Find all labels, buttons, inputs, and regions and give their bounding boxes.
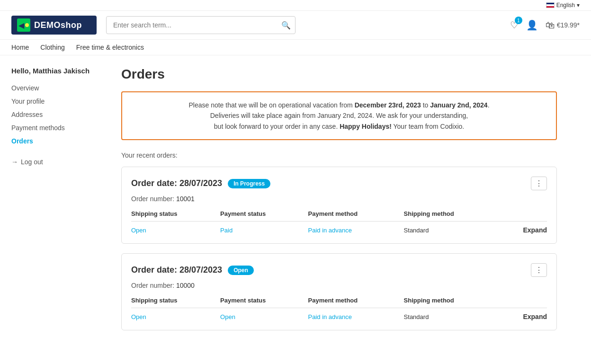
sidebar-item-payment-methods[interactable]: Payment methods bbox=[11, 122, 106, 133]
order-menu-button-1[interactable]: ⋮ bbox=[531, 177, 547, 190]
sidebar: Hello, Matthias Jakisch Overview Your pr… bbox=[11, 67, 106, 340]
search-button[interactable]: 🔍 bbox=[281, 21, 291, 30]
order-header-2: Order date: 28/07/2023 Open ⋮ bbox=[131, 263, 547, 277]
language-selector[interactable]: English ▾ bbox=[546, 2, 580, 9]
order-number-row-2: Order number: 10000 bbox=[131, 282, 547, 289]
sidebar-link-payment-methods[interactable]: Payment methods bbox=[11, 122, 106, 133]
notice-date1: December 23rd, 2023 bbox=[355, 101, 421, 109]
sidebar-link-addresses[interactable]: Addresses bbox=[11, 109, 106, 120]
top-bar: English ▾ bbox=[0, 0, 591, 11]
shipping-method-value-1: Standard bbox=[404, 222, 501, 234]
sidebar-item-overview[interactable]: Overview bbox=[11, 82, 106, 94]
shipping-status-value-1[interactable]: Open bbox=[131, 222, 220, 234]
nav-clothing[interactable]: Clothing bbox=[40, 44, 64, 51]
sidebar-nav: Overview Your profile Addresses Payment … bbox=[11, 82, 106, 147]
order-number-value-2: 10000 bbox=[176, 282, 195, 289]
order-card-2: Order date: 28/07/2023 Open ⋮ Order numb… bbox=[121, 253, 557, 330]
sidebar-item-orders[interactable]: Orders bbox=[11, 135, 106, 147]
cart-price: €19.99* bbox=[557, 21, 580, 29]
flag-icon bbox=[546, 2, 555, 8]
notice-date2: January 2nd, 2024 bbox=[430, 101, 487, 109]
col-shipping-status-2: Shipping status bbox=[131, 297, 220, 308]
logo-text: DEMOshop bbox=[34, 20, 82, 30]
main-nav: Home Clothing Free time & electronics bbox=[0, 40, 591, 55]
payment-status-value-1[interactable]: Paid bbox=[220, 222, 308, 234]
order-row-2: Open Open Paid in advance Standard Expan… bbox=[131, 308, 547, 321]
order-number-row-1: Order number: 10001 bbox=[131, 195, 547, 203]
main-content: Orders Please note that we will be on op… bbox=[121, 67, 557, 340]
search-input[interactable] bbox=[106, 16, 296, 34]
account-button[interactable]: 👤 bbox=[526, 19, 538, 31]
logo[interactable]: DEMOshop bbox=[11, 16, 97, 35]
expand-button-1[interactable]: Expand bbox=[523, 226, 547, 234]
order-number-value-1: 10001 bbox=[176, 195, 195, 203]
order-row-1: Open Paid Paid in advance Standard Expan… bbox=[131, 222, 547, 234]
expand-cell-2: Expand bbox=[501, 308, 547, 321]
payment-method-value-1[interactable]: Paid in advance bbox=[308, 222, 404, 234]
notice-text: Please note that we will be on operation… bbox=[188, 101, 489, 130]
logout-button[interactable]: → Log out bbox=[11, 158, 106, 166]
chevron-down-icon: ▾ bbox=[577, 2, 580, 9]
col-shipping-method-2: Shipping method bbox=[404, 297, 501, 308]
order-header-1: Order date: 28/07/2023 In Progress ⋮ bbox=[131, 177, 547, 190]
sidebar-item-profile[interactable]: Your profile bbox=[11, 96, 106, 107]
order-table-2: Shipping status Payment status Payment m… bbox=[131, 297, 547, 320]
expand-button-2[interactable]: Expand bbox=[523, 313, 547, 320]
order-status-badge-1: In Progress bbox=[228, 179, 270, 188]
cart-icon: 🛍 bbox=[546, 20, 555, 31]
order-card-1: Order date: 28/07/2023 In Progress ⋮ Ord… bbox=[121, 167, 557, 244]
shipping-status-value-2[interactable]: Open bbox=[131, 308, 220, 321]
logo-icon bbox=[17, 18, 30, 32]
col-shipping-status-1: Shipping status bbox=[131, 210, 220, 222]
col-payment-status-2: Payment status bbox=[220, 297, 308, 308]
logout-icon: → bbox=[11, 158, 18, 166]
order-menu-button-2[interactable]: ⋮ bbox=[531, 263, 547, 277]
recent-orders-label: Your recent orders: bbox=[121, 151, 557, 159]
sidebar-item-addresses[interactable]: Addresses bbox=[11, 109, 106, 120]
sidebar-username: Hello, Matthias Jakisch bbox=[11, 67, 106, 75]
main-layout: Hello, Matthias Jakisch Overview Your pr… bbox=[0, 55, 568, 351]
col-shipping-method-1: Shipping method bbox=[404, 210, 501, 222]
payment-method-value-2[interactable]: Paid in advance bbox=[308, 308, 404, 321]
order-date-2: Order date: 28/07/2023 bbox=[131, 265, 222, 275]
expand-cell-1: Expand bbox=[501, 222, 547, 234]
order-table-1: Shipping status Payment status Payment m… bbox=[131, 210, 547, 234]
wishlist-button[interactable]: ♡ 1 bbox=[510, 19, 519, 31]
payment-status-value-2[interactable]: Open bbox=[220, 308, 308, 321]
col-payment-method-1: Payment method bbox=[308, 210, 404, 222]
col-payment-method-2: Payment method bbox=[308, 297, 404, 308]
notice-box: Please note that we will be on operation… bbox=[121, 91, 557, 140]
sidebar-link-orders[interactable]: Orders bbox=[11, 135, 106, 147]
shipping-method-value-2: Standard bbox=[404, 308, 501, 321]
cart-button[interactable]: 🛍 €19.99* bbox=[546, 20, 580, 31]
header-actions: ♡ 1 👤 🛍 €19.99* bbox=[510, 19, 580, 31]
order-status-badge-2: Open bbox=[228, 266, 254, 275]
col-payment-status-1: Payment status bbox=[220, 210, 308, 222]
sidebar-link-profile[interactable]: Your profile bbox=[11, 96, 106, 107]
wishlist-badge: 1 bbox=[515, 17, 522, 24]
page-title: Orders bbox=[121, 67, 557, 82]
nav-free-time[interactable]: Free time & electronics bbox=[76, 44, 144, 51]
nav-home[interactable]: Home bbox=[11, 44, 29, 51]
header: DEMOshop 🔍 ♡ 1 👤 🛍 €19.99* bbox=[0, 11, 591, 40]
language-label: English bbox=[556, 2, 575, 9]
logout-label: Log out bbox=[21, 158, 43, 166]
order-date-1: Order date: 28/07/2023 bbox=[131, 178, 222, 188]
notice-happy-holidays: Happy Holidays! bbox=[340, 123, 392, 130]
search-bar: 🔍 bbox=[106, 16, 296, 34]
sidebar-link-overview[interactable]: Overview bbox=[11, 82, 106, 94]
